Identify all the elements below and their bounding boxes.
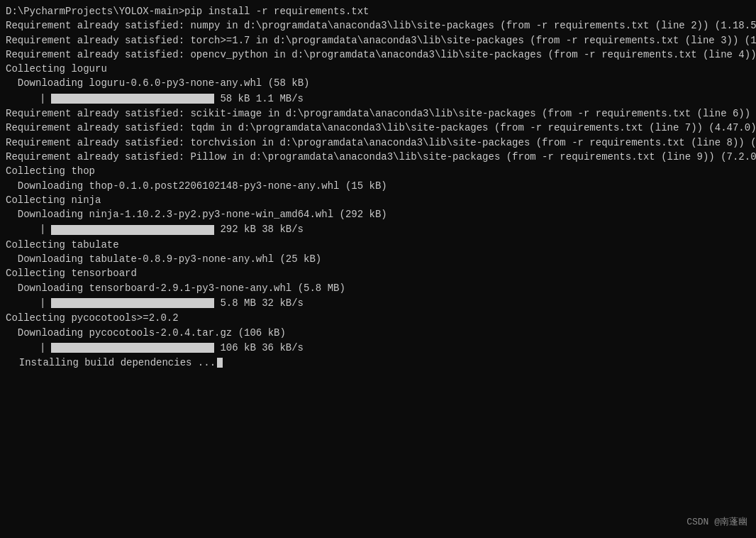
downloading-loguru: Downloading loguru-0.6.0-py3-none-any.wh… <box>6 76 750 90</box>
downloading-pycocotools: Downloading pycocotools-2.0.4.tar.gz (10… <box>6 326 750 340</box>
progress-pipe-ninja: | <box>40 222 45 236</box>
req-line-4: Requirement already satisfied: scikit-im… <box>6 106 750 121</box>
progress-pipe-pycocotools: | <box>40 341 45 355</box>
req-line-5: Requirement already satisfied: tqdm in d… <box>6 121 750 135</box>
collecting-thop: Collecting thop <box>6 164 750 178</box>
collecting-pycocotools: Collecting pycocotools>=2.0.2 <box>6 311 750 325</box>
req-line-1: Requirement already satisfied: numpy in … <box>6 18 750 33</box>
progress-bar-fill-loguru <box>51 94 214 104</box>
installing-build-deps-line: Installing build dependencies ... <box>6 356 750 370</box>
downloading-ninja: Downloading ninja-1.10.2.3-py2.py3-none-… <box>6 207 750 221</box>
collecting-ninja: Collecting ninja <box>6 193 750 207</box>
req-line-3: Requirement already satisfied: opencv_py… <box>6 48 750 62</box>
progress-info-ninja: 292 kB 38 kB/s <box>220 222 304 236</box>
progress-bar-fill-ninja <box>51 225 214 235</box>
progress-info-pycocotools: 106 kB 36 kB/s <box>220 341 304 355</box>
req-line-7: Requirement already satisfied: Pillow in… <box>6 150 750 164</box>
downloading-tensorboard: Downloading tensorboard-2.9.1-py3-none-a… <box>6 281 750 295</box>
progress-bar-tensorboard: | 5.8 MB 32 kB/s <box>6 296 750 310</box>
progress-bar-fill-tensorboard <box>51 298 214 308</box>
installing-build-deps: Installing build dependencies ... <box>7 357 216 368</box>
collecting-loguru: Collecting loguru <box>6 62 750 76</box>
progress-info-tensorboard: 5.8 MB 32 kB/s <box>220 296 304 310</box>
terminal-window: D:\PycharmProjects\YOLOX-main>pip instal… <box>0 0 756 538</box>
req-line-2: Requirement already satisfied: torch>=1.… <box>6 33 750 48</box>
progress-bar-ninja: | 292 kB 38 kB/s <box>6 222 750 236</box>
downloading-tabulate: Downloading tabulate-0.8.9-py3-none-any.… <box>6 252 750 266</box>
progress-bar-fill-pycocotools <box>51 343 214 353</box>
terminal-cursor <box>217 358 223 368</box>
watermark-text: CSDN @南蓬幽 <box>686 516 747 529</box>
progress-bar-loguru: | 58 kB 1.1 MB/s <box>6 92 750 106</box>
downloading-thop: Downloading thop-0.1.0.post2206102148-py… <box>6 179 750 193</box>
collecting-tabulate: Collecting tabulate <box>6 238 750 252</box>
command-line: D:\PycharmProjects\YOLOX-main>pip instal… <box>6 4 750 18</box>
progress-pipe-loguru: | <box>40 92 45 106</box>
progress-pipe-tensorboard: | <box>40 296 45 310</box>
collecting-tensorboard: Collecting tensorboard <box>6 266 750 280</box>
progress-info-loguru: 58 kB 1.1 MB/s <box>220 92 304 106</box>
req-line-6: Requirement already satisfied: torchvisi… <box>6 136 750 150</box>
progress-bar-pycocotools: | 106 kB 36 kB/s <box>6 341 750 355</box>
